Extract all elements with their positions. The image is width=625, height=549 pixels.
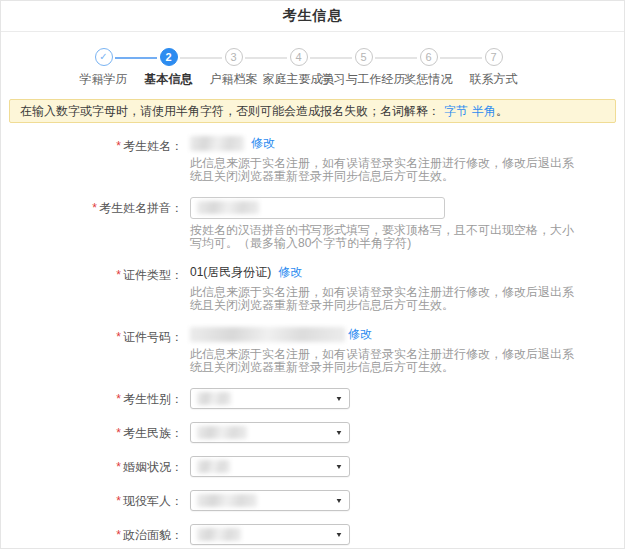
required-mark: * [116,460,121,474]
name-pinyin-label: *考生姓名拼音： [1,197,183,250]
step-number: 7 [485,48,503,66]
required-mark: * [116,330,121,344]
step-label: 联系方式 [470,71,518,88]
field-row-military-service: *现役军人： ▼ [1,490,624,511]
realname-sync-hint: 此信息来源于实名注册，如有误请登录实名注册进行修改，修改后退出系统且关闭浏览器重… [190,157,584,183]
gender-select[interactable]: ▼ [190,388,350,409]
dropdown-caret-icon: ▼ [335,462,343,470]
military-service-label: *现役军人： [1,490,183,511]
military-service-select[interactable]: ▼ [190,490,350,511]
step-check-icon: ✓ [95,48,113,66]
pinyin-format-hint: 按姓名的汉语拼音的书写形式填写，要求顶格写，且不可出现空格，大小写均可。（最多输… [190,224,584,250]
field-row-marital-status: *婚姻状况： ▼ [1,456,624,477]
ethnicity-select[interactable]: ▼ [190,422,350,443]
political-status-select[interactable]: ▼ [190,524,350,545]
political-redacted-value [197,528,241,541]
step-number: 3 [225,48,243,66]
progress-stepper: ✓ 学籍学历 2 基本信息 3 户籍档案 4 家庭主要成员 5 学习与工作经历 … [0,32,610,88]
realname-sync-hint: 此信息来源于实名注册，如有误请登录实名注册进行修改，修改后退出系统且关闭浏览器重… [190,286,584,312]
dropdown-caret-icon: ▼ [335,394,343,402]
marital-redacted-value [197,460,230,473]
notice-suffix: 。 [496,103,508,120]
step-number: 5 [355,48,373,66]
step-contact-info[interactable]: 7 联系方式 [461,48,526,88]
gender-label: *考生性别： [1,388,183,409]
field-row-ethnicity: *考生民族： ▼ [1,422,624,443]
page-title: 考生信息 [283,7,343,25]
military-redacted-value [197,494,257,507]
field-row-cert-number: *证件号码： 修改 此信息来源于实名注册，如有误请登录实名注册进行修改，修改后退… [1,326,624,374]
realname-sync-hint: 此信息来源于实名注册，如有误请登录实名注册进行修改，修改后退出系统且关闭浏览器重… [190,348,584,374]
field-row-political-status: *政治面貌： ▼ [1,524,624,545]
dropdown-caret-icon: ▼ [335,428,343,436]
page-header: 考生信息 [1,1,624,32]
dropdown-caret-icon: ▼ [335,530,343,538]
ethnicity-label: *考生民族： [1,422,183,443]
glossary-link-byte[interactable]: 字节 [444,103,468,120]
candidate-name-redacted-value [190,136,244,151]
pinyin-redacted-value [197,201,259,214]
ethnicity-redacted-value [197,426,247,439]
step-label: 基本信息 [145,71,193,88]
dropdown-caret-icon: ▼ [335,496,343,504]
step-label: 学习与工作经历 [322,71,406,88]
step-rewards-punishments[interactable]: 6 奖惩情况 [396,48,461,88]
step-number: 6 [420,48,438,66]
basic-info-form: *考生姓名： 修改 此信息来源于实名注册，如有误请登录实名注册进行修改，修改后退… [1,123,624,549]
gender-redacted-value [197,392,231,405]
step-number: 4 [290,48,308,66]
required-mark: * [116,268,121,282]
required-mark: * [116,494,121,508]
step-basic-info[interactable]: 2 基本信息 [136,48,201,88]
glossary-link-halfwidth[interactable]: 半角 [472,103,496,120]
required-mark: * [92,201,97,215]
required-mark: * [116,139,121,153]
cert-number-label: *证件号码： [1,326,183,374]
step-huji-dangan[interactable]: 3 户籍档案 [201,48,266,88]
cert-number-redacted-value [190,327,345,342]
halfwidth-warning-banner: 在输入数字或字母时，请使用半角字符，否则可能会造成报名失败；名词解释： 字节 半… [9,99,616,123]
step-number: 2 [160,48,178,66]
step-label: 户籍档案 [210,71,258,88]
name-pinyin-input[interactable] [190,197,445,219]
step-study-work-history[interactable]: 5 学习与工作经历 [331,48,396,88]
step-xueji-xueli[interactable]: ✓ 学籍学历 [71,48,136,88]
cert-type-label: *证件类型： [1,264,183,312]
required-mark: * [116,528,121,542]
candidate-info-panel: 考生信息 ✓ 学籍学历 2 基本信息 3 户籍档案 4 家庭主要成员 5 学习与… [0,0,625,549]
modify-cert-number-link[interactable]: 修改 [348,326,372,343]
political-status-label: *政治面貌： [1,524,183,545]
cert-type-value: 01(居民身份证) [190,264,271,281]
step-label: 学籍学历 [80,71,128,88]
modify-cert-type-link[interactable]: 修改 [278,264,302,281]
step-label: 奖惩情况 [405,71,453,88]
field-row-name-pinyin: *考生姓名拼音： 按姓名的汉语拼音的书写形式填写，要求顶格写，且不可出现空格，大… [1,197,624,250]
modify-name-link[interactable]: 修改 [251,135,275,152]
required-mark: * [116,426,121,440]
field-row-cert-type: *证件类型： 01(居民身份证) 修改 此信息来源于实名注册，如有误请登录实名注… [1,264,624,312]
field-row-gender: *考生性别： ▼ [1,388,624,409]
notice-text: 在输入数字或字母时，请使用半角字符，否则可能会造成报名失败；名词解释： [20,103,440,120]
candidate-name-label: *考生姓名： [1,135,183,183]
field-row-candidate-name: *考生姓名： 修改 此信息来源于实名注册，如有误请登录实名注册进行修改，修改后退… [1,135,624,183]
marital-status-select[interactable]: ▼ [190,456,350,477]
required-mark: * [116,392,121,406]
marital-status-label: *婚姻状况： [1,456,183,477]
